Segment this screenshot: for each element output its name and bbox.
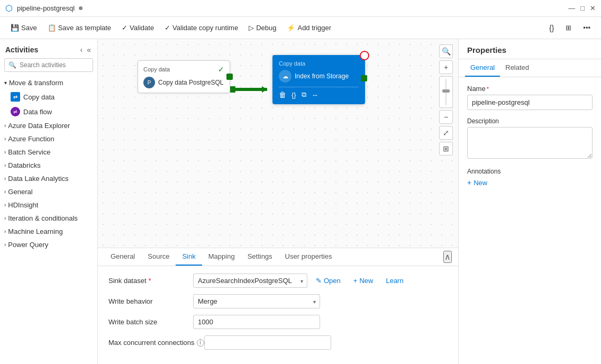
sidebar-category-hdinsight[interactable]: › HDInsight — [0, 198, 97, 212]
code-icon[interactable]: {} — [292, 91, 296, 99]
annotations-label: Annotations — [467, 168, 593, 175]
data-flow-label: Data flow — [23, 108, 52, 116]
pipeline-title: pipeline-postgresql — [17, 4, 75, 12]
collapse-panel-btn[interactable]: ∧ — [443, 251, 452, 263]
properties-title: Properties — [459, 39, 601, 59]
more-button[interactable]: ••• — [579, 22, 595, 34]
node-body-2: ☁ Index from Storage — [279, 70, 359, 83]
sidebar-category-iteration[interactable]: › Iteration & conditionals — [0, 212, 97, 225]
sidebar-category-data-lake[interactable]: › Data Lake Analytics — [0, 172, 97, 185]
validate-copy-runtime-button[interactable]: ✓ Validate copy runtime — [160, 22, 242, 34]
copy-data-icon: ⇄ — [11, 92, 20, 102]
name-required: * — [487, 86, 489, 92]
tab-general[interactable]: General — [104, 248, 141, 266]
properties-tabs: General Related — [459, 59, 601, 77]
svg-rect-2 — [230, 86, 235, 93]
open-dataset-btn[interactable]: ✎ Open — [312, 274, 345, 287]
app-icon: ⬡ — [5, 3, 13, 13]
tab-mapping[interactable]: Mapping — [202, 248, 241, 266]
close-btn[interactable]: ✕ — [590, 4, 596, 12]
sidebar-category-batch-service[interactable]: › Batch Service — [0, 145, 97, 159]
grid-btn[interactable]: ⊞ — [439, 142, 453, 156]
validate-button[interactable]: ✓ Validate — [117, 22, 158, 34]
sidebar-item-data-flow[interactable]: ⇌ Data flow ⠿ — [0, 104, 97, 119]
minimize-btn[interactable]: — — [568, 4, 575, 12]
zoom-out-btn[interactable]: − — [439, 110, 453, 124]
fit-to-screen-btn[interactable]: ⤢ — [439, 126, 453, 140]
sidebar-category-power-query[interactable]: › Power Query — [0, 238, 97, 251]
sink-dataset-select[interactable]: AzureSearchIndexPostgreSQL — [193, 274, 307, 288]
unsaved-dot — [79, 6, 83, 10]
learn-btn[interactable]: Learn — [381, 274, 407, 287]
code-view-button[interactable]: {} — [545, 22, 558, 34]
write-batch-size-row: Write batch size — [108, 315, 448, 329]
description-label: Description — [467, 117, 593, 125]
description-field: Description — [467, 117, 593, 160]
sidebar-category-databricks[interactable]: › Databricks — [0, 159, 97, 172]
sidebar-category-azure-data-explorer[interactable]: › Azure Data Explorer — [0, 119, 97, 132]
tab-source[interactable]: Source — [141, 248, 176, 266]
debug-button[interactable]: ▷ Debug — [244, 22, 280, 34]
toolbar: 💾 Save 📋 Save as template ✓ Validate ✓ V… — [0, 17, 601, 39]
dataset-select-wrapper: AzureSearchIndexPostgreSQL ▾ — [193, 274, 307, 288]
copy-data-label: Copy data — [23, 93, 54, 101]
properties-tab-general[interactable]: General — [465, 59, 500, 77]
max-concurrent-input[interactable] — [204, 335, 331, 350]
validate-icon: ✓ — [122, 24, 128, 32]
collapse-all-btn[interactable]: « — [86, 44, 92, 55]
svg-rect-1 — [230, 88, 267, 91]
search-canvas-btn[interactable]: 🔍 — [439, 44, 453, 58]
add-trigger-button[interactable]: ⚡ Add trigger — [283, 22, 335, 34]
add-annotation-btn[interactable]: + New — [467, 178, 487, 187]
delete-icon[interactable]: 🗑 — [279, 90, 286, 99]
tab-sink[interactable]: Sink — [176, 248, 202, 266]
zoom-in-btn[interactable]: + — [439, 60, 453, 74]
arrow-icon[interactable]: ↔ — [312, 91, 318, 99]
canvas-main[interactable]: Copy data ✓ P Copy data PostgreSQL — [98, 39, 458, 248]
category-label-ml: Machine Learning — [8, 228, 62, 235]
category-label-db: Databricks — [8, 161, 40, 169]
sidebar-category-azure-function[interactable]: › Azure Function — [0, 132, 97, 145]
sidebar-header: Activities ‹ « — [0, 39, 97, 58]
node-body-1: P Copy data PostgreSQL — [143, 77, 224, 88]
sidebar-category-general[interactable]: › General — [0, 185, 97, 198]
node-type-label-2: Copy data — [279, 60, 305, 67]
write-behavior-select[interactable]: Merge — [193, 294, 320, 308]
node-index-storage[interactable]: Copy data ☁ Index from Storage 🗑 {} ⧉ ↔ — [272, 55, 365, 104]
canvas-area: Copy data ✓ P Copy data PostgreSQL — [98, 39, 458, 364]
name-label: Name * — [467, 85, 593, 93]
sidebar-category-machine-learning[interactable]: › Machine Learning — [0, 225, 97, 238]
category-label-gen: General — [8, 188, 32, 196]
sidebar-item-copy-data[interactable]: ⇄ Copy data ⠿ — [0, 89, 97, 104]
write-batch-size-input[interactable] — [193, 315, 320, 329]
panel-button[interactable]: ⊞ — [561, 22, 576, 34]
main-layout: Activities ‹ « 🔍 ▾ Move & transform ⇄ Co… — [0, 39, 601, 364]
category-label-dla: Data Lake Analytics — [8, 175, 68, 183]
annotations-section: Annotations + New — [467, 168, 593, 187]
node-copy-data-postgres[interactable]: Copy data ✓ P Copy data PostgreSQL — [138, 60, 230, 93]
new-dataset-btn[interactable]: + New — [349, 274, 378, 287]
collapse-btn[interactable]: ‹ — [79, 44, 84, 55]
properties-tab-related[interactable]: Related — [500, 59, 534, 77]
tab-settings[interactable]: Settings — [241, 248, 279, 266]
clone-icon[interactable]: ⧉ — [302, 90, 306, 99]
tab-user-properties[interactable]: User properties — [279, 248, 339, 266]
category-label-ade: Azure Data Explorer — [8, 122, 70, 130]
save-button[interactable]: 💾 Save — [6, 22, 41, 34]
category-label-pq: Power Query — [8, 241, 48, 249]
sidebar-title: Activities — [5, 46, 38, 54]
search-icon: 🔍 — [8, 61, 16, 69]
bottom-tabs: General Source Sink Mapping Settings Use… — [98, 248, 458, 266]
sidebar-category-move-transform[interactable]: ▾ Move & transform — [0, 76, 97, 89]
write-behavior-label: Write behavior — [108, 297, 193, 305]
save-as-template-button[interactable]: 📋 Save as template — [43, 22, 115, 34]
search-input[interactable] — [4, 58, 93, 72]
description-textarea[interactable] — [467, 127, 593, 159]
sidebar-controls: ‹ « — [79, 44, 92, 55]
name-input[interactable] — [467, 95, 593, 110]
sink-dataset-label: Sink dataset * — [108, 277, 193, 285]
chevron-right-icon-6: › — [4, 189, 6, 195]
maximize-btn[interactable]: □ — [580, 4, 585, 12]
sink-dataset-required: * — [149, 277, 151, 285]
bottom-panel: General Source Sink Mapping Settings Use… — [98, 248, 458, 364]
